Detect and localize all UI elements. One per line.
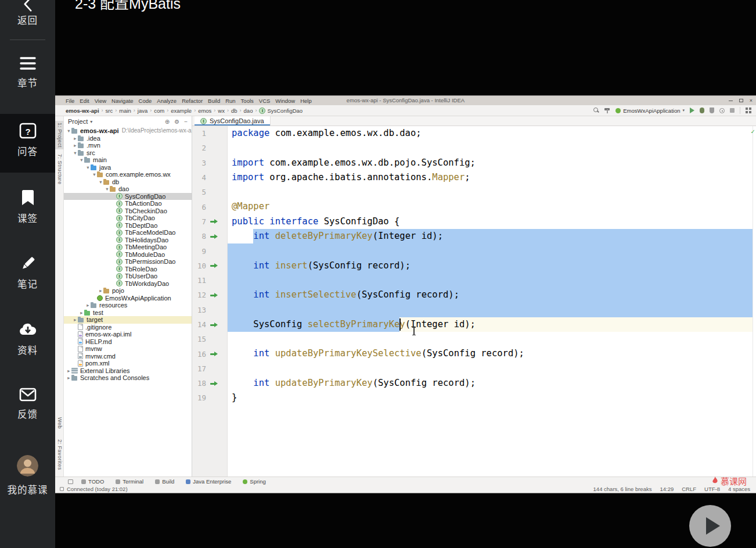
- toolwindow-switcher-icon[interactable]: [68, 479, 73, 484]
- line-number[interactable]: 19: [192, 393, 206, 402]
- mapper-arrow-icon[interactable]: [210, 292, 218, 299]
- tree-item-emoswxapiapplication[interactable]: EmosWxApiApplication: [64, 295, 192, 302]
- stripe-web[interactable]: Web: [55, 416, 64, 431]
- tree-item-tbmeetingdao[interactable]: TbMeetingDao: [64, 243, 192, 251]
- sidebar-item-qa[interactable]: ?问答: [0, 114, 55, 173]
- tree-chevron[interactable]: ▾: [79, 156, 84, 164]
- editor-scrollbar[interactable]: [753, 126, 756, 477]
- debug-icon[interactable]: [700, 108, 704, 113]
- tree-item-tbholidaysdao[interactable]: TbHolidaysDao: [64, 237, 192, 244]
- code-cell[interactable]: [228, 141, 756, 155]
- settings-icon[interactable]: ⚙: [174, 119, 179, 125]
- tree-chevron[interactable]: ▸: [73, 142, 78, 149]
- code-cell[interactable]: [228, 361, 756, 376]
- editor-tab[interactable]: SysConfigDao.java: [195, 116, 271, 126]
- collapse-all-icon[interactable]: ⊕: [165, 119, 170, 125]
- code-cell[interactable]: [228, 185, 756, 199]
- code-cell[interactable]: import com.example.emos.wx.db.pojo.SysCo…: [228, 156, 756, 170]
- coverage-icon[interactable]: [710, 108, 714, 113]
- breadcrumb-item-sysconfigdao[interactable]: SysConfigDao: [259, 108, 303, 114]
- line-number[interactable]: 4: [192, 173, 206, 182]
- line-number[interactable]: 9: [192, 247, 206, 256]
- tree-item-tbroledao[interactable]: TbRoleDao: [64, 266, 192, 273]
- stop-icon[interactable]: [730, 108, 735, 113]
- code-cell[interactable]: int updateByPrimaryKey(SysConfig record)…: [228, 376, 756, 391]
- menu-code[interactable]: Code: [139, 98, 152, 104]
- minimize-icon[interactable]: [729, 101, 733, 101]
- toolwindow-terminal[interactable]: Terminal: [116, 478, 143, 485]
- tree-item-idea[interactable]: ▸.idea: [64, 135, 192, 142]
- toolwindow-build[interactable]: Build: [155, 478, 174, 485]
- breadcrumb-item-main[interactable]: main: [119, 108, 131, 114]
- sidebar-item-notes[interactable]: 笔记: [0, 253, 55, 298]
- line-number[interactable]: 2: [192, 144, 206, 152]
- tree-item-tbworkdaydao[interactable]: TbWorkdayDao: [64, 280, 192, 288]
- tree-item-emos-wx-api[interactable]: ▾emos-wx-apiD:\IdeaProjects\emos-wx-api: [64, 127, 192, 135]
- tree-chevron[interactable]: ▾: [85, 164, 91, 171]
- menu-analyze[interactable]: Analyze: [157, 98, 177, 104]
- toolwindow-spring[interactable]: Spring: [243, 478, 265, 485]
- line-number[interactable]: 18: [192, 379, 206, 388]
- event-log-icon[interactable]: [60, 487, 64, 491]
- tree-item-pom-xml[interactable]: pom.xml: [64, 360, 192, 367]
- tree-chevron[interactable]: ▾: [98, 178, 103, 186]
- mapper-arrow-icon[interactable]: [210, 233, 218, 240]
- tree-item-main[interactable]: ▾main: [64, 156, 192, 164]
- mapper-arrow-icon[interactable]: [210, 350, 218, 357]
- play-button[interactable]: [689, 505, 731, 547]
- menu-build[interactable]: Build: [208, 98, 220, 104]
- close-icon[interactable]: ×: [750, 96, 753, 105]
- hammer-icon[interactable]: [604, 108, 610, 113]
- tree-item-com-example-emos-wx[interactable]: ▾com.example.emos.wx: [64, 171, 192, 178]
- breadcrumb-item-dao[interactable]: dao: [244, 108, 253, 114]
- tree-item-scratches-and-consoles[interactable]: ▸Scratches and Consoles: [64, 374, 192, 382]
- profiler-icon[interactable]: [719, 108, 725, 113]
- search-icon[interactable]: [593, 108, 599, 113]
- line-number[interactable]: 1: [192, 129, 206, 138]
- line-number[interactable]: 15: [192, 335, 206, 343]
- tree-item-target[interactable]: ▸target: [64, 316, 192, 324]
- tree-item-tbactiondao[interactable]: TbActionDao: [64, 200, 192, 207]
- menu-vcs[interactable]: VCS: [259, 98, 271, 104]
- code-cell[interactable]: int updateByPrimaryKeySelective(SysConfi…: [228, 346, 756, 361]
- code-cell[interactable]: public interface SysConfigDao {: [228, 214, 756, 229]
- code-cell[interactable]: [228, 243, 756, 258]
- mapper-arrow-icon[interactable]: [210, 262, 218, 269]
- tree-item-external-libraries[interactable]: ▸External Libraries: [64, 367, 192, 375]
- tree-chevron[interactable]: ▸: [66, 367, 71, 375]
- line-number[interactable]: 14: [192, 320, 206, 329]
- hide-panel-icon[interactable]: −: [184, 119, 188, 125]
- tree-chevron[interactable]: ▸: [79, 309, 84, 317]
- menu-navigate[interactable]: Navigate: [111, 98, 134, 104]
- tree-chevron[interactable]: ▸: [73, 135, 78, 142]
- line-number[interactable]: 3: [192, 159, 206, 167]
- code-cell[interactable]: SysConfig selectByPrimaryKey(Integer id)…: [228, 317, 756, 332]
- tree-item-tbcitydao[interactable]: TbCityDao: [64, 214, 192, 222]
- tree-item-tbdeptdao[interactable]: TbDeptDao: [64, 222, 192, 230]
- menu-help[interactable]: Help: [300, 98, 312, 104]
- tree-chevron[interactable]: ▾: [105, 185, 110, 193]
- run-icon[interactable]: [690, 108, 694, 113]
- tree-chevron[interactable]: ▸: [98, 287, 103, 295]
- chevron-down-icon[interactable]: ▾: [90, 119, 92, 124]
- tree-chevron[interactable]: ▾: [66, 127, 71, 135]
- breadcrumb-item-emos[interactable]: emos: [198, 108, 211, 114]
- code-cell[interactable]: @Mapper: [228, 199, 756, 214]
- code-cell[interactable]: import org.apache.ibatis.annotations.Map…: [228, 170, 756, 185]
- code-cell[interactable]: int deleteByPrimaryKey(Integer id);: [228, 229, 756, 243]
- line-number[interactable]: 11: [192, 276, 206, 285]
- tree-item-emos-wx-api-iml[interactable]: emos-wx-api.iml: [64, 331, 192, 338]
- maximize-icon[interactable]: [739, 99, 743, 102]
- stripe-7-structure[interactable]: 7: Structure: [55, 152, 64, 187]
- stripe-1-project[interactable]: 1: Project: [55, 121, 64, 149]
- tree-item-gitignore[interactable]: .gitignore: [64, 324, 192, 331]
- code-cell[interactable]: int insert(SysConfig record);: [228, 259, 756, 273]
- line-number[interactable]: 12: [192, 291, 206, 299]
- menu-window[interactable]: Window: [275, 98, 295, 104]
- tree-item-tbuserdao[interactable]: TbUserDao: [64, 273, 192, 280]
- line-number[interactable]: 8: [192, 232, 206, 241]
- tree-item-mvnw-cmd[interactable]: mvnw.cmd: [64, 353, 192, 360]
- stripe-2-favorites[interactable]: 2: Favorites: [55, 438, 64, 472]
- inspection-ok-icon[interactable]: ✓: [751, 128, 755, 135]
- tree-item-tbmoduledao[interactable]: TbModuleDao: [64, 251, 192, 259]
